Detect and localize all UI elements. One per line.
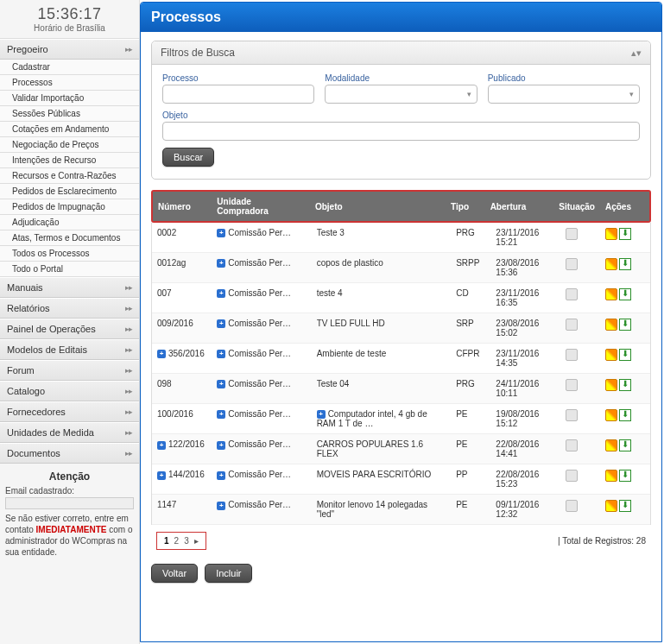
cell-tipo: PP	[451, 464, 490, 495]
submenu-item-8[interactable]: Pedidos de Esclarecimento	[0, 184, 139, 199]
edit-icon[interactable]	[605, 439, 617, 451]
table-row[interactable]: +356/2016+Comissão Per…Ambiente de teste…	[152, 344, 650, 374]
submenu-item-1[interactable]: Processos	[0, 75, 139, 91]
table-row[interactable]: 007+Comissão Per…teste 4CD23/11/201616:3…	[152, 283, 650, 313]
chevron-double-icon: ▸▸	[125, 325, 132, 333]
table-row[interactable]: +144/2016+Comissão Per…MOVEIS PARA ESCRI…	[152, 464, 650, 495]
download-icon[interactable]	[619, 288, 631, 300]
attention-title: Atenção	[5, 470, 134, 483]
accordion-section-manuais[interactable]: Manuais▸▸	[0, 277, 139, 298]
expand-icon[interactable]: +	[217, 380, 225, 388]
accordion-section-catalogo[interactable]: Catalogo▸▸	[0, 381, 139, 401]
table-row[interactable]: 0012ag+Comissão Per…copos de plasticoSRP…	[152, 253, 650, 283]
expand-icon[interactable]: +	[157, 350, 166, 358]
edit-icon[interactable]	[605, 470, 617, 482]
table-row[interactable]: 009/2016+Comissão Per…TV LED FULL HDSRP2…	[152, 313, 650, 344]
incluir-button[interactable]: Incluir	[205, 564, 252, 583]
buscar-button[interactable]: Buscar	[162, 148, 214, 167]
edit-icon[interactable]	[605, 500, 617, 512]
submenu-item-9[interactable]: Pedidos de Impugnação	[0, 199, 139, 215]
submenu-item-6[interactable]: Intenções de Recurso	[0, 153, 139, 168]
submenu-item-7[interactable]: Recursos e Contra-Razões	[0, 168, 139, 184]
processo-input[interactable]	[162, 85, 314, 104]
cell-acoes	[600, 344, 650, 374]
edit-icon[interactable]	[605, 319, 617, 331]
download-icon[interactable]	[619, 319, 631, 331]
page-3[interactable]: 3	[184, 536, 189, 546]
edit-icon[interactable]	[605, 228, 617, 240]
accordion-section-unidades-de-medida[interactable]: Unidades de Medida▸▸	[0, 422, 139, 443]
expand-icon[interactable]: +	[217, 502, 225, 510]
expand-icon[interactable]: +	[217, 319, 225, 328]
accordion-pregoeiro[interactable]: Pregoeiro ▸▸	[0, 39, 139, 60]
submenu-item-10[interactable]: Adjudicação	[0, 215, 139, 230]
filter-header[interactable]: Filtros de Busca ▴▾	[152, 41, 650, 65]
expand-icon[interactable]: +	[157, 441, 166, 450]
download-icon[interactable]	[619, 349, 631, 361]
voltar-button[interactable]: Voltar	[151, 564, 198, 583]
cell-objeto: TV LED FULL HD	[312, 313, 452, 344]
edit-icon[interactable]	[605, 349, 617, 361]
download-icon[interactable]	[619, 409, 631, 421]
objeto-label: Objeto	[162, 110, 640, 120]
submenu-item-13[interactable]: Todo o Portal	[0, 262, 139, 277]
accordion-section-documentos[interactable]: Documentos▸▸	[0, 443, 139, 464]
expand-icon[interactable]: +	[217, 350, 225, 358]
expand-icon[interactable]: +	[157, 471, 166, 480]
expand-icon[interactable]: +	[317, 410, 326, 419]
expand-icon[interactable]: +	[217, 471, 225, 480]
accordion-section-modelos-de-editais[interactable]: Modelos de Editais▸▸	[0, 339, 139, 360]
table-row[interactable]: +122/2016+Comissão Per…CARROS POPULARES …	[152, 434, 650, 464]
submenu-item-11[interactable]: Atas, Termos e Documentos	[0, 230, 139, 246]
table-row[interactable]: 0002+Comissão Per…Teste 3PRG23/11/201615…	[152, 223, 650, 253]
download-icon[interactable]	[619, 470, 631, 482]
table-row[interactable]: 1147+Comissão Per…Monitor lenovo 14 pole…	[152, 495, 650, 525]
accordion-section-forum[interactable]: Forum▸▸	[0, 360, 139, 381]
publicado-select[interactable]	[488, 85, 640, 104]
cell-situacao	[560, 344, 600, 374]
expand-icon[interactable]: +	[217, 441, 225, 450]
edit-icon[interactable]	[605, 409, 617, 421]
submenu-item-12[interactable]: Todos os Processos	[0, 246, 139, 262]
table-row[interactable]: 100/2016+Comissão Per…+Computador intel,…	[152, 404, 650, 434]
download-icon[interactable]	[619, 439, 631, 451]
cell-tipo: PE	[451, 495, 490, 525]
cell-abertura: 23/08/201615:36	[490, 253, 560, 283]
accordion-section-relatórios[interactable]: Relatórios▸▸	[0, 298, 139, 319]
expand-icon[interactable]: +	[217, 410, 225, 419]
modalidade-select[interactable]	[325, 85, 477, 104]
edit-icon[interactable]	[605, 258, 617, 270]
attention-panel: Atenção Email cadastrado: Se não estiver…	[0, 464, 139, 565]
cell-tipo: PRG	[451, 223, 490, 253]
chevron-double-icon: ▸▸	[125, 407, 132, 416]
submenu-item-5[interactable]: Negociação de Preços	[0, 137, 139, 153]
page-1[interactable]: 1	[164, 536, 169, 546]
accordion-pregoeiro-label: Pregoeiro	[7, 44, 48, 54]
accordion-section-fornecedores[interactable]: Fornecedores▸▸	[0, 401, 139, 422]
status-icon	[566, 258, 578, 270]
edit-icon[interactable]	[605, 288, 617, 300]
submenu-item-2[interactable]: Validar Importação	[0, 91, 139, 106]
expand-icon[interactable]: +	[217, 229, 225, 237]
expand-icon[interactable]: +	[217, 289, 225, 298]
table-row[interactable]: 098+Comissão Per…Teste 04PRG24/11/201610…	[152, 374, 650, 404]
cell-acoes	[600, 464, 650, 495]
edit-icon[interactable]	[605, 379, 617, 391]
status-icon	[566, 379, 578, 391]
expand-icon[interactable]: +	[217, 259, 225, 268]
collapse-icon: ▴▾	[631, 47, 642, 59]
page-next-icon[interactable]: ▸	[194, 536, 199, 546]
page-2[interactable]: 2	[174, 536, 180, 546]
download-icon[interactable]	[619, 379, 631, 391]
download-icon[interactable]	[619, 258, 631, 270]
col-abertura: Abertura	[485, 192, 554, 221]
download-icon[interactable]	[619, 500, 631, 512]
modalidade-label: Modalidade	[325, 73, 477, 83]
submenu-item-4[interactable]: Cotações em Andamento	[0, 122, 139, 137]
submenu-item-3[interactable]: Sessões Públicas	[0, 106, 139, 122]
accordion-section-painel-de-operações[interactable]: Painel de Operações▸▸	[0, 319, 139, 339]
objeto-input[interactable]	[162, 122, 640, 141]
submenu-item-0[interactable]: Cadastrar	[0, 60, 139, 75]
chevron-double-icon: ▸▸	[125, 428, 132, 437]
download-icon[interactable]	[619, 228, 631, 240]
